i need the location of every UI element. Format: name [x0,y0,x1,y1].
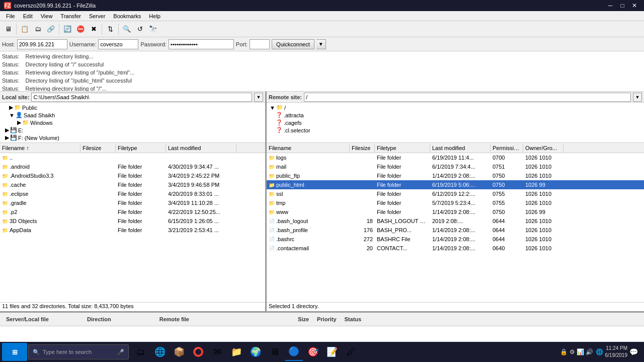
tree-item-label: .cagefs [284,120,301,126]
menu-server[interactable]: Server [85,12,109,20]
remote-col-filetype[interactable]: Filetype [375,144,430,152]
taskbar-filezilla[interactable]: 🔵 [285,343,303,361]
tree-item-f[interactable]: ▶ 💾 F: (New Volume) [1,134,264,141]
username-input[interactable] [98,39,138,49]
remote-file-row-tmp[interactable]: 📁 tmp File folder 5/7/2019 5:23:4... 075… [267,198,644,207]
tree-item-windows[interactable]: ▶ 📁 Windows [1,119,264,126]
remote-file-row-public-html[interactable]: 📁 public_html File folder 6/19/2019 5:06… [267,180,644,189]
status-line-4: Status: Directory listing of "/public_ht… [2,77,642,85]
host-input[interactable] [17,39,67,49]
local-file-row-3dobjects[interactable]: 📁 3D Objects File folder 6/15/2019 1:26:… [0,216,265,226]
quickconnect-button[interactable]: Quickconnect [272,39,314,49]
start-button[interactable]: ⊞ [2,343,27,361]
taskbar-opera[interactable]: ⭕ [189,343,207,361]
tree-item-saad[interactable]: ▼ 👤 Saad Shaikh [1,111,264,119]
remote-tree: ▼ 📁 / ❓ .attracta ❓ .cagefs ❓ .cl.select… [267,103,644,143]
toolbar-sep-1 [16,24,17,35]
remote-col-owner[interactable]: Owner/Gro... [523,144,564,152]
taskbar-app-red[interactable]: 🎯 [304,343,322,361]
minimize-button[interactable]: ─ [605,1,616,10]
port-input[interactable] [250,39,270,49]
remote-file-row-public-ftp[interactable]: 📁 public_ftp File folder 1/14/2019 2:08:… [267,171,644,180]
remote-col-filename[interactable]: Filename [267,144,350,152]
tree-item-clselector[interactable]: ❓ .cl.selector [268,126,643,134]
password-input[interactable] [169,39,234,49]
tree-item-label: .attracta [284,112,304,118]
local-file-row-gradle[interactable]: 📁 .gradle File folder 3/4/2019 11:10:28 … [0,198,265,207]
toolbar-filter[interactable]: 🔭 [147,23,159,35]
remote-file-row-logs[interactable]: 📁 logs File folder 6/19/2019 11:4... 070… [267,153,644,162]
local-file-row-appdata[interactable]: 📁 AppData File folder 3/21/2019 2:53:41 … [0,226,265,235]
local-file-row-p2[interactable]: 📁 .p2 File folder 4/22/2019 12:50:25... [0,207,265,216]
search-bar[interactable]: 🔍 Type here to search 🎤 [28,344,129,359]
menu-help[interactable]: Help [145,12,165,20]
port-label: Port: [236,41,248,47]
tree-item-label: / [284,105,286,111]
menu-file[interactable]: File [2,12,19,20]
remote-file-row-contactemail[interactable]: 📄 .contactemail 20 CONTACT... 1/14/2019 … [267,244,644,253]
toolbar-search[interactable]: 🔍 [121,23,133,35]
local-file-row-androidstudio[interactable]: 📁 .AndroidStudio3.3 File folder 3/4/2019… [0,171,265,180]
local-path-input[interactable] [31,93,252,102]
taskbar-explorer[interactable]: 📁 [227,343,246,361]
local-file-row-android[interactable]: 📁 .android File folder 4/30/2019 9:34:47… [0,162,265,171]
menu-edit[interactable]: Edit [19,12,37,20]
toolbar-disconnect[interactable]: ⛔ [74,23,87,35]
toolbar-btn1[interactable]: 📋 [19,23,31,35]
local-file-row-dotdot[interactable]: 📁 .. [0,153,265,162]
toolbar-btn3[interactable]: 🔗 [45,23,57,35]
toolbar-cancel[interactable]: ✖ [88,23,100,35]
remote-file-row-ssl[interactable]: 📁 ssl File folder 6/12/2019 12:2:... 075… [267,189,644,198]
local-col-filename[interactable]: Filename ↑ [0,144,80,152]
close-button[interactable]: ✕ [629,1,640,10]
taskbar-store[interactable]: 📦 [170,343,188,361]
tree-item-e[interactable]: ▶ 💾 E: [1,126,264,134]
taskbar-mail[interactable]: ✉ [208,343,226,361]
tree-item-root[interactable]: ▼ 📁 / [268,104,643,111]
expand-icon: ▶ [5,134,9,141]
toolbar-refresh[interactable]: ↺ [134,23,146,35]
maximize-button[interactable]: □ [617,1,628,10]
local-col-modified[interactable]: Last modified [166,144,236,152]
remote-file-row-bash-profile[interactable]: 📄 .bash_profile 176 BASH_PRO... 1/14/201… [267,226,644,235]
menu-bookmarks[interactable]: Bookmarks [109,12,145,20]
remote-col-modified[interactable]: Last modified [430,144,491,152]
taskbar-word[interactable]: 📝 [323,343,341,361]
menu-view[interactable]: View [37,12,57,20]
tree-item-cagefs[interactable]: ❓ .cagefs [268,119,643,126]
remote-path-input[interactable] [304,93,631,102]
taskbar-computer[interactable]: 🖥 [266,343,284,361]
local-file-row-cache[interactable]: 📁 .cache File folder 3/4/2019 9:46:58 PM [0,180,265,189]
remote-path-dropdown[interactable]: ▼ [633,93,642,102]
local-site-label: Local site: [2,94,29,100]
title-bar: FZ coverszo209.99.16.221 - FileZilla ─ □… [0,0,644,11]
quickconnect-dropdown[interactable]: ▼ [316,39,326,49]
transfer-col-size: Size [294,316,313,322]
local-file-row-eclipse[interactable]: 📁 .eclipse File folder 4/20/2019 8:33:01… [0,189,265,198]
taskbar-chrome[interactable]: 🌍 [247,343,265,361]
transfer-col-server: Server/Local file [2,316,53,322]
local-col-filetype[interactable]: Filetype [116,144,166,152]
remote-col-filesize[interactable]: Filesize [350,144,375,152]
remote-file-row-bashrc[interactable]: 📄 .bashrc 272 BASHRC File 1/14/2019 2:08… [267,235,644,244]
toolbar: 🖥 📋 🗂 🔗 🔄 ⛔ ✖ ⇅ 🔍 ↺ 🔭 [0,21,644,37]
tray-network: 🌐 [596,348,603,355]
menu-transfer[interactable]: Transfer [56,12,85,20]
remote-file-row-mail[interactable]: 📁 mail File folder 6/1/2019 7:34:4... 07… [267,162,644,171]
expand-icon: ▶ [5,127,9,133]
tree-item-public[interactable]: ▶ 📁 Public [1,104,264,111]
remote-file-row-www[interactable]: 📁 www File folder 1/14/2019 2:08:... 075… [267,207,644,216]
toolbar-new-site[interactable]: 🖥 [2,23,14,35]
local-col-filesize[interactable]: Filesize [80,144,116,152]
taskbar-edge[interactable]: 🌐 [151,343,169,361]
toolbar-reconnect[interactable]: 🔄 [61,23,73,35]
drive-icon: 💾 [10,127,17,133]
tree-item-attracta[interactable]: ❓ .attracta [268,111,643,119]
local-path-dropdown[interactable]: ▼ [254,93,263,102]
taskbar-task-view[interactable]: 🗂 [132,343,150,361]
toolbar-btn2[interactable]: 🗂 [32,23,44,35]
taskbar-app-draw[interactable]: 🖊 [342,343,360,361]
remote-col-perms[interactable]: Permissions [491,144,523,152]
remote-file-row-bash-logout[interactable]: 📄 .bash_logout 18 BASH_LOGOUT File 2019 … [267,216,644,226]
toolbar-sync[interactable]: ⇅ [104,23,116,35]
